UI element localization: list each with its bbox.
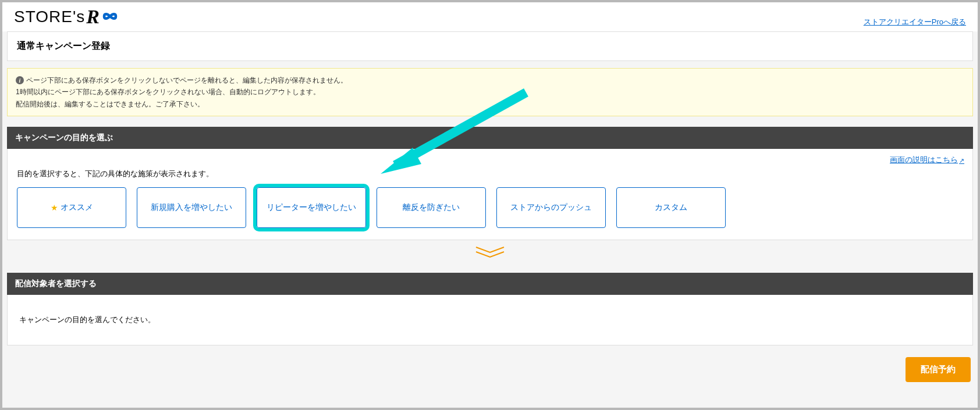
page-title: 通常キャンペーン登録 (7, 31, 973, 61)
info-icon: i (16, 76, 24, 84)
warning-line1: ページ下部にある保存ボタンをクリックしないでページを離れると、編集した内容が保存… (26, 74, 347, 86)
option-card-4[interactable]: ストアからのプッシュ (496, 187, 606, 228)
warning-line3: 配信開始後は、編集することはできません。ご了承下さい。 (16, 98, 964, 110)
option-label: ストアからのプッシュ (510, 202, 592, 213)
section2-text: キャンペーンの目的を選んでください。 (19, 315, 155, 324)
option-card-3[interactable]: 離反を防ぎたい (377, 187, 486, 228)
back-to-creator-link[interactable]: ストアクリエイターProへ戻る (864, 17, 966, 27)
help-link[interactable]: 画面の説明はこちら (890, 155, 964, 165)
option-label: 新規購入を増やしたい (151, 202, 232, 213)
warning-box: i ページ下部にある保存ボタンをクリックしないでページを離れると、編集した内容が… (7, 68, 973, 116)
option-label: オススメ (61, 202, 93, 213)
external-link-icon (959, 156, 964, 165)
option-label: リピーターを増やしたい (267, 202, 356, 213)
option-label: カスタム (655, 202, 687, 213)
logo: STORE's R (14, 6, 121, 28)
section2-header: 配信対象者を選択する (7, 273, 973, 295)
section2-body: キャンペーンの目的を選んでください。 (7, 295, 973, 345)
logo-text: STORE's (14, 8, 85, 26)
option-card-2[interactable]: リピーターを増やしたい (257, 187, 366, 228)
option-label: 離反を防ぎたい (403, 202, 460, 213)
footer: 配信予約 (2, 345, 978, 394)
section1-description: 目的を選択すると、下記の具体的な施策が表示されます。 (17, 169, 963, 179)
section1-body: 画面の説明はこちら 目的を選択すると、下記の具体的な施策が表示されます。 ★オス… (7, 149, 973, 240)
warning-line2: 1時間以内にページ下部にある保存ボタンをクリックされない場合、自動的にログアウト… (16, 86, 964, 98)
option-grid: ★オススメ新規購入を増やしたいリピーターを増やしたい離反を防ぎたいストアからのプ… (17, 187, 963, 228)
option-card-1[interactable]: 新規購入を増やしたい (137, 187, 246, 228)
option-card-0[interactable]: ★オススメ (17, 187, 126, 228)
infinity-icon (99, 6, 121, 28)
star-icon: ★ (51, 203, 58, 212)
option-card-5[interactable]: カスタム (616, 187, 726, 228)
logo-r: R (86, 6, 100, 28)
header: STORE's R ストアクリエイターProへ戻る (2, 2, 978, 31)
section1-header: キャンペーンの目的を選ぶ (7, 127, 973, 149)
chevron-separator-icon (2, 246, 978, 259)
submit-button[interactable]: 配信予約 (906, 357, 971, 382)
